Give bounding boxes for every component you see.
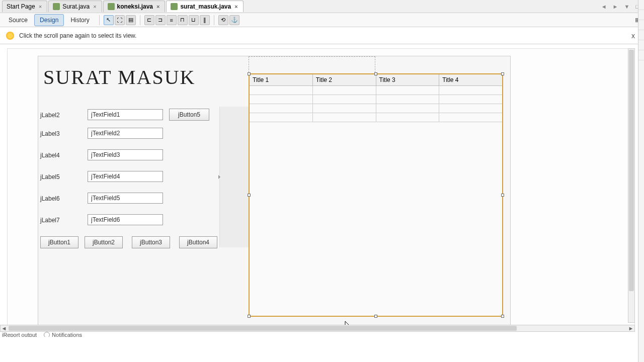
status-label: iReport output — [2, 332, 37, 337]
resize-handle[interactable] — [501, 72, 504, 75]
lightbulb-icon — [6, 32, 14, 40]
info-icon — [44, 332, 50, 337]
tab-nav-controls: ◄ ► ▼ □ — [599, 3, 644, 11]
history-mode-button[interactable]: History — [65, 14, 95, 26]
jlabel7[interactable]: jLabel7 — [40, 217, 60, 224]
jtable-header[interactable]: Title 1 Title 2 Title 3 Title 4 — [250, 74, 502, 86]
tab-koneksi-java[interactable]: koneksi.java × — [103, 1, 166, 12]
align-right-icon[interactable]: ⊐ — [155, 15, 166, 25]
design-workspace: SURAT MASUK jLabel2 jButton5 jLabel3 jLa… — [0, 44, 644, 337]
align-left-icon[interactable]: ⊏ — [144, 15, 154, 25]
preview-design-icon[interactable]: ▤ — [126, 15, 136, 25]
palette-item[interactable] — [638, 0, 644, 10]
jtextfield6[interactable] — [88, 214, 163, 225]
status-label: Notifications — [52, 332, 82, 337]
mode-toolbar: Source Design History ↖ ⛶ ▤ ⊏ ⊐ ≡ ⊓ ⊔ ‖ … — [0, 13, 644, 27]
table-row[interactable] — [250, 113, 502, 122]
close-icon[interactable]: × — [233, 4, 238, 10]
column-header-2[interactable]: Title 2 — [313, 74, 376, 85]
jlabel6[interactable]: jLabel6 — [40, 195, 60, 202]
jbutton1[interactable]: jButton1 — [40, 236, 78, 248]
close-icon[interactable]: × — [155, 4, 160, 10]
scroll-right-icon[interactable]: ► — [627, 325, 634, 331]
tab-label: surat_masuk.java — [180, 3, 231, 10]
design-canvas[interactable]: SURAT MASUK jLabel2 jButton5 jLabel3 jLa… — [7, 48, 635, 332]
resize-handle[interactable] — [248, 194, 251, 197]
jframe-panel[interactable]: SURAT MASUK jLabel2 jButton5 jLabel3 jLa… — [38, 56, 511, 327]
java-file-icon — [108, 3, 115, 10]
palette-item[interactable] — [638, 40, 644, 50]
status-ireport[interactable]: iReport output — [2, 332, 37, 337]
file-tabs-bar: Start Page × Surat.java × koneksi.java ×… — [0, 0, 644, 13]
horizontal-scrollbar[interactable]: ◄ ► — [0, 325, 635, 332]
tab-label: Start Page — [7, 3, 35, 10]
jbutton2[interactable]: jButton2 — [85, 236, 123, 248]
jlabel5[interactable]: jLabel5 — [40, 173, 60, 180]
hint-text: Click the scroll pane again to select it… — [19, 32, 136, 39]
jlabel4[interactable]: jLabel4 — [40, 152, 60, 159]
jlabel3[interactable]: jLabel3 — [40, 130, 60, 137]
resize-handle[interactable] — [374, 72, 377, 75]
jtextfield5[interactable] — [88, 193, 163, 204]
resize-handle[interactable] — [248, 72, 251, 75]
palette-item[interactable] — [638, 10, 644, 20]
hint-close-button[interactable]: x — [628, 31, 638, 41]
palette-item[interactable] — [638, 30, 644, 40]
align-bottom-icon[interactable]: ⊔ — [189, 15, 199, 25]
resize-handle[interactable] — [374, 315, 377, 318]
separator — [99, 15, 100, 25]
resize-arrow-icon[interactable] — [218, 175, 221, 179]
tab-surat-java[interactable]: Surat.java × — [48, 1, 102, 12]
table-row[interactable] — [250, 86, 502, 95]
tab-surat-masuk-java[interactable]: surat_masuk.java × — [166, 1, 243, 12]
palette-item[interactable] — [638, 50, 644, 60]
column-header-1[interactable]: Title 1 — [250, 74, 313, 85]
close-icon[interactable]: × — [92, 4, 97, 10]
tab-start-page[interactable]: Start Page × — [2, 1, 47, 12]
align-center-h-icon[interactable]: ≡ — [167, 15, 177, 25]
column-header-3[interactable]: Title 3 — [376, 74, 440, 85]
right-side-palette[interactable] — [638, 0, 644, 337]
jtextfield2[interactable] — [88, 128, 163, 139]
close-icon[interactable]: × — [38, 4, 43, 10]
design-mode-button[interactable]: Design — [34, 14, 64, 26]
java-file-icon — [171, 3, 178, 10]
selection-mode-icon[interactable]: ↖ — [104, 15, 114, 25]
resize-handle[interactable] — [248, 315, 251, 318]
link-icon[interactable]: ⟲ — [218, 15, 228, 25]
vertical-scrollbar[interactable] — [628, 48, 635, 323]
connection-mode-icon[interactable]: ⛶ — [115, 15, 125, 25]
jtextfield3[interactable] — [88, 149, 163, 160]
table-row[interactable] — [250, 104, 502, 113]
tab-list-icon[interactable]: ▼ — [622, 3, 631, 11]
jtextfield1[interactable] — [88, 109, 163, 120]
resize-handle[interactable] — [501, 315, 504, 318]
scrollbar-track[interactable] — [8, 325, 627, 331]
tab-next-icon[interactable]: ► — [611, 3, 620, 11]
align-center-v-icon[interactable]: ‖ — [200, 15, 210, 25]
title-label[interactable]: SURAT MASUK — [43, 65, 195, 89]
scrollbar-thumb[interactable] — [629, 50, 634, 291]
scrollbar-thumb[interactable] — [9, 326, 517, 331]
status-bar: iReport output Notifications — [2, 332, 82, 337]
table-row[interactable] — [250, 95, 502, 104]
resize-handle[interactable] — [501, 194, 504, 197]
separator — [214, 15, 214, 25]
scroll-left-icon[interactable]: ◄ — [1, 325, 8, 331]
status-notifications[interactable]: Notifications — [44, 332, 82, 337]
jbutton4[interactable]: jButton4 — [179, 236, 217, 248]
java-file-icon — [53, 3, 60, 10]
align-top-icon[interactable]: ⊓ — [178, 15, 188, 25]
column-header-4[interactable]: Title 4 — [439, 74, 502, 85]
jtextfield4[interactable] — [88, 171, 163, 182]
guide — [249, 56, 375, 72]
jlabel2[interactable]: jLabel2 — [40, 112, 60, 119]
spacer-panel — [219, 107, 249, 247]
palette-item[interactable] — [638, 20, 644, 30]
jbutton5[interactable]: jButton5 — [169, 109, 209, 121]
source-mode-button[interactable]: Source — [3, 14, 33, 26]
jbutton3[interactable]: jButton3 — [132, 236, 170, 248]
anchor-icon[interactable]: ⚓ — [229, 15, 239, 25]
tab-prev-icon[interactable]: ◄ — [599, 3, 609, 11]
jscrollpane-selected[interactable]: Title 1 Title 2 Title 3 Title 4 — [249, 73, 503, 317]
